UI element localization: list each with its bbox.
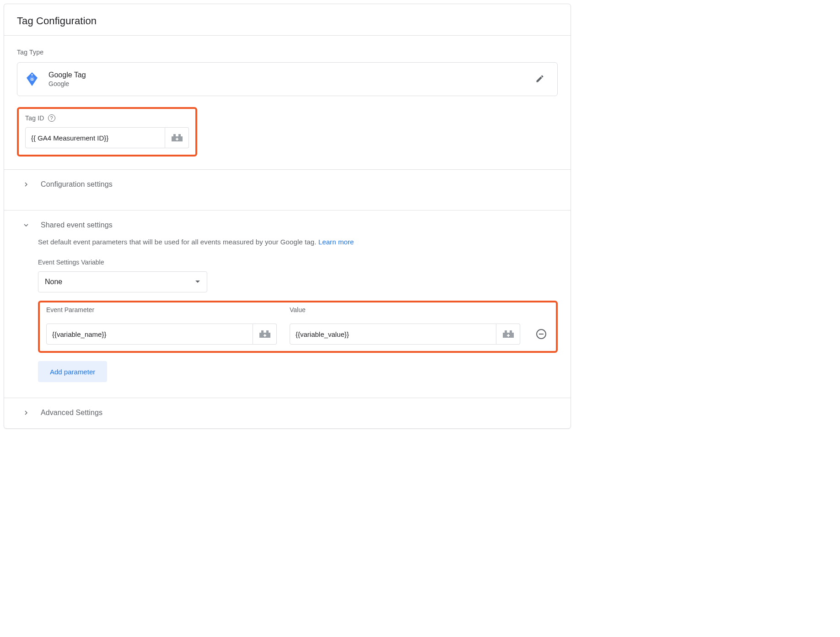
learn-more-link[interactable]: Learn more bbox=[318, 238, 354, 246]
svg-point-2 bbox=[31, 74, 32, 76]
shared-event-description: Set default event parameters that will b… bbox=[38, 238, 558, 246]
chevron-right-icon bbox=[22, 408, 31, 417]
svg-rect-9 bbox=[261, 330, 264, 333]
advanced-settings-title: Advanced Settings bbox=[41, 409, 102, 417]
svg-rect-14 bbox=[505, 330, 507, 333]
google-tag-icon: G bbox=[26, 72, 38, 86]
value-input[interactable] bbox=[290, 324, 496, 345]
tag-id-label: Tag ID bbox=[25, 114, 44, 122]
help-icon[interactable]: ? bbox=[48, 114, 55, 122]
brick-plus-icon bbox=[172, 134, 183, 141]
svg-rect-5 bbox=[178, 134, 181, 136]
svg-rect-17 bbox=[507, 335, 510, 336]
advanced-settings-toggle[interactable]: Advanced Settings bbox=[17, 398, 558, 424]
event-parameter-row: Event Parameter Value bbox=[38, 301, 558, 353]
event-parameter-input[interactable] bbox=[46, 324, 253, 345]
shared-event-settings-toggle[interactable]: Shared event settings bbox=[17, 211, 558, 238]
event-settings-variable-value: None bbox=[45, 278, 62, 286]
svg-rect-10 bbox=[266, 330, 269, 333]
page-title: Tag Configuration bbox=[17, 15, 558, 27]
tag-id-variable-picker-button[interactable] bbox=[165, 127, 189, 148]
event-parameter-variable-picker-button[interactable] bbox=[253, 324, 277, 345]
svg-rect-7 bbox=[176, 139, 178, 140]
tag-id-input[interactable] bbox=[25, 127, 165, 148]
tag-type-row[interactable]: G Google Tag Google bbox=[17, 62, 558, 96]
remove-parameter-button[interactable] bbox=[533, 324, 549, 345]
edit-tag-type-button[interactable] bbox=[531, 70, 549, 88]
shared-event-settings-title: Shared event settings bbox=[41, 221, 113, 229]
configuration-settings-toggle[interactable]: Configuration settings bbox=[17, 170, 558, 197]
event-settings-variable-label: Event Settings Variable bbox=[38, 259, 558, 266]
tag-type-vendor: Google bbox=[48, 80, 521, 87]
svg-rect-15 bbox=[510, 330, 512, 333]
remove-icon bbox=[536, 329, 546, 339]
configuration-settings-title: Configuration settings bbox=[41, 180, 113, 189]
brick-plus-icon bbox=[259, 330, 270, 338]
svg-text:G: G bbox=[31, 77, 33, 81]
svg-rect-4 bbox=[173, 134, 176, 136]
shared-event-desc-text: Set default event parameters that will b… bbox=[38, 238, 318, 246]
chevron-down-icon bbox=[22, 221, 31, 230]
tag-type-label: Tag Type bbox=[17, 49, 558, 56]
tag-id-section: Tag ID ? bbox=[17, 107, 197, 157]
caret-down-icon bbox=[195, 280, 200, 284]
event-parameter-label: Event Parameter bbox=[46, 306, 277, 313]
svg-rect-12 bbox=[264, 335, 266, 336]
tag-type-title: Google Tag bbox=[48, 71, 521, 79]
value-variable-picker-button[interactable] bbox=[496, 324, 520, 345]
pencil-icon bbox=[535, 74, 544, 85]
chevron-right-icon bbox=[22, 180, 31, 189]
card-header: Tag Configuration bbox=[4, 4, 571, 36]
add-parameter-button[interactable]: Add parameter bbox=[38, 361, 107, 382]
event-settings-variable-select[interactable]: None bbox=[38, 271, 207, 292]
brick-plus-icon bbox=[503, 330, 514, 338]
value-label: Value bbox=[290, 306, 520, 313]
